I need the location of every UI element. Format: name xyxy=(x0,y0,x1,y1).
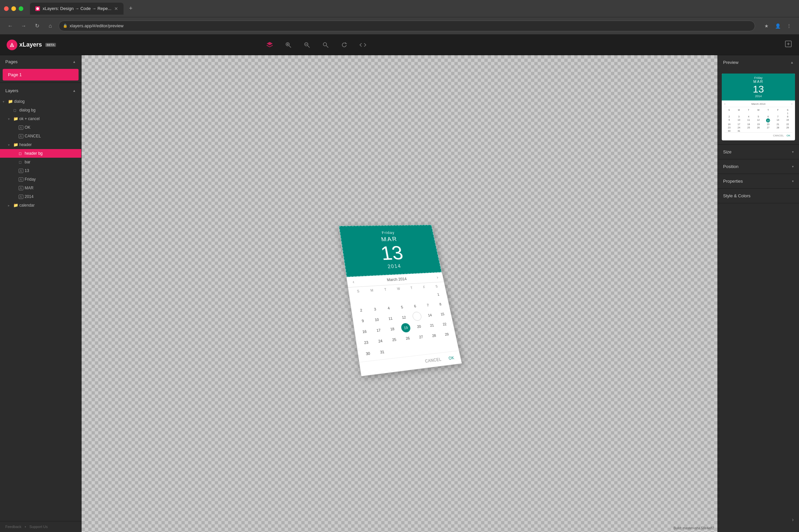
bookmark-button[interactable]: ★ xyxy=(762,21,771,31)
cal-day-14[interactable]: 14 xyxy=(425,310,435,320)
preview-nav-title: March 2014 xyxy=(751,102,765,106)
cal-day-2[interactable]: 2 xyxy=(356,305,366,315)
export-button[interactable] xyxy=(784,40,792,50)
reload-button[interactable]: ↻ xyxy=(32,21,42,31)
cal-day[interactable] xyxy=(354,295,365,304)
layer-ok-cancel[interactable]: ▾ 📁 ok + cancel xyxy=(0,114,81,123)
layer-calendar[interactable]: ▸ 📁 calendar xyxy=(0,201,81,210)
cal-day[interactable] xyxy=(395,292,405,301)
cal-prev-button[interactable]: ‹ xyxy=(350,279,357,285)
cal-day[interactable] xyxy=(368,294,378,304)
cal-day-25[interactable]: 25 xyxy=(389,335,400,345)
cal-day[interactable] xyxy=(391,345,402,356)
cal-day-24[interactable]: 24 xyxy=(375,336,386,346)
cal-day-20[interactable]: 20 xyxy=(414,321,424,331)
new-tab-button[interactable]: + xyxy=(126,4,135,13)
url-bar[interactable]: 🔒 xlayers.app/#/editor/preview xyxy=(59,21,755,31)
tab-close-button[interactable]: ✕ xyxy=(114,6,118,11)
layer-dialog[interactable]: ▾ 📁 dialog xyxy=(0,97,81,106)
right-sidebar-expand-button[interactable]: › xyxy=(792,517,794,523)
layer-cancel[interactable]: A CANCEL xyxy=(0,132,81,140)
cal-day[interactable] xyxy=(405,344,415,354)
menu-button[interactable]: ⋮ xyxy=(784,21,794,31)
cal-day-4[interactable]: 4 xyxy=(384,303,394,313)
cal-day-12[interactable]: 12 xyxy=(398,312,409,322)
cal-day-16[interactable]: 16 xyxy=(359,326,370,337)
cal-day-22[interactable]: 22 xyxy=(440,319,450,329)
rotate-tool-button[interactable] xyxy=(338,39,350,51)
pmg-t: T xyxy=(744,109,754,112)
layers-header[interactable]: Layers ▲ xyxy=(0,84,81,97)
cal-day-29[interactable]: 29 xyxy=(442,329,452,339)
cal-day-15[interactable]: 15 xyxy=(438,309,448,319)
layer-friday[interactable]: A Friday xyxy=(0,175,81,184)
pages-header[interactable]: Pages ▲ xyxy=(0,55,81,68)
cal-day[interactable] xyxy=(444,339,454,349)
layer-13[interactable]: A 13 xyxy=(0,166,81,175)
layer-ok[interactable]: A OK xyxy=(0,123,81,132)
window-close-button[interactable] xyxy=(4,6,9,11)
cal-day[interactable] xyxy=(418,342,428,353)
cal-day[interactable] xyxy=(382,293,392,302)
preview-header[interactable]: Preview ▲ xyxy=(718,55,799,70)
app-name: xLayers xyxy=(19,41,42,48)
cal-day-6[interactable]: 6 xyxy=(410,301,420,311)
cal-day-28[interactable]: 28 xyxy=(429,330,439,340)
back-button[interactable]: ← xyxy=(5,21,15,31)
cal-day[interactable] xyxy=(408,291,418,301)
support-link[interactable]: Support Us xyxy=(29,525,48,529)
layer-bar[interactable]: ◻ bar xyxy=(0,158,81,166)
zoom-in-tool-button[interactable] xyxy=(282,39,294,51)
cal-day[interactable] xyxy=(431,341,442,351)
cal-day-13[interactable] xyxy=(412,311,422,321)
cal-day-10[interactable]: 10 xyxy=(372,315,382,324)
code-tool-button[interactable] xyxy=(357,39,369,51)
feedback-link[interactable]: Feedback xyxy=(5,525,21,529)
window-maximize-button[interactable] xyxy=(19,6,23,11)
cal-day-9[interactable]: 9 xyxy=(357,316,368,326)
cal-day-31[interactable]: 31 xyxy=(376,347,388,357)
layer-2014[interactable]: A 2014 xyxy=(0,192,81,201)
layer-dialog-bg[interactable]: ◻ dialog bg xyxy=(0,106,81,114)
page-item-1[interactable]: Page 1 xyxy=(3,69,78,80)
size-header[interactable]: Size ▾ xyxy=(718,145,799,159)
layer-header-bg[interactable]: ◻ header bg xyxy=(0,149,81,158)
position-header[interactable]: Position ▾ xyxy=(718,159,799,174)
cal-day-18[interactable]: 18 xyxy=(387,324,397,334)
cal-day-23[interactable]: 23 xyxy=(360,337,372,348)
cal-day-21[interactable]: 21 xyxy=(427,320,437,330)
forward-button[interactable]: → xyxy=(19,21,29,31)
canvas-area[interactable]: Friday MAR 13 2014 ‹ March 2014 › xyxy=(81,55,718,532)
browser-tab[interactable]: xLayers: Design → Code → Repe... ✕ xyxy=(30,3,124,15)
pmg-cell xyxy=(763,112,773,115)
layer-cancel-label: CANCEL xyxy=(25,134,41,138)
cal-day-17[interactable]: 17 xyxy=(373,325,384,335)
cal-day-27[interactable]: 27 xyxy=(416,332,426,342)
layer-mar[interactable]: A MAR xyxy=(0,184,81,192)
window-minimize-button[interactable] xyxy=(11,6,16,11)
layers-tool-button[interactable] xyxy=(264,39,276,51)
cal-day-19-today[interactable]: 19 xyxy=(401,323,411,333)
left-sidebar: Pages ▲ Page 1 Layers ▲ xyxy=(0,55,81,532)
cal-next-button[interactable]: › xyxy=(434,274,441,281)
cal-cancel-button[interactable]: CANCEL xyxy=(422,355,444,365)
zoom-out-tool-button[interactable] xyxy=(301,39,313,51)
cal-day-1[interactable]: 1 xyxy=(433,290,443,299)
cal-day[interactable] xyxy=(421,290,431,300)
cal-day-11[interactable]: 11 xyxy=(385,314,396,323)
home-button[interactable]: ⌂ xyxy=(45,21,55,31)
cal-day-3[interactable]: 3 xyxy=(370,304,380,314)
preview-ok-label: OK xyxy=(786,134,790,137)
cal-day-7[interactable]: 7 xyxy=(423,300,433,310)
zoom-fit-tool-button[interactable] xyxy=(320,39,332,51)
user-button[interactable]: 👤 xyxy=(773,21,782,31)
style-colors-header[interactable]: Style & Colors xyxy=(718,189,799,203)
pmg-cell: 21 xyxy=(773,123,782,126)
cal-ok-button[interactable]: OK xyxy=(445,354,458,362)
cal-day-26[interactable]: 26 xyxy=(403,333,413,343)
cal-day-5[interactable]: 5 xyxy=(397,302,407,312)
cal-day-8[interactable]: 8 xyxy=(435,300,445,309)
cal-day-30[interactable]: 30 xyxy=(362,348,373,359)
properties-header[interactable]: Properties ▾ xyxy=(718,174,799,188)
layer-header[interactable]: ▾ 📁 header xyxy=(0,140,81,149)
